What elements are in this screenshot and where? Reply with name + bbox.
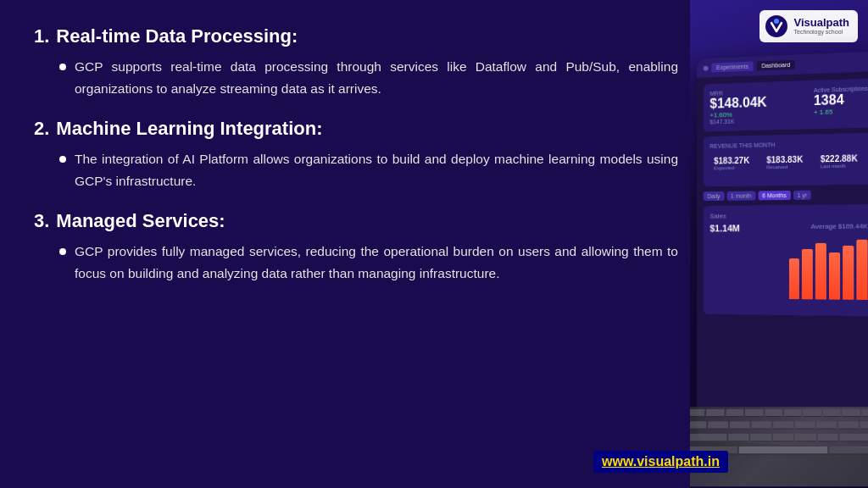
- btn-daily[interactable]: Daily: [704, 191, 725, 201]
- kbd-key: [751, 421, 771, 429]
- kbd-key: [728, 434, 749, 441]
- kbd-key: [690, 421, 707, 429]
- revenue-card: REVENUE THIS MONTH $183.27K Expected $18…: [704, 133, 868, 187]
- chart-bar: [709, 286, 720, 299]
- rev2-val: $183.83K: [766, 155, 809, 165]
- chart-bar: [857, 240, 868, 300]
- rev1-label: Expected: [714, 165, 754, 171]
- section-2-number: 2.: [34, 118, 49, 140]
- mrr-value: $148.04K: [709, 95, 766, 112]
- kbd-row: [690, 431, 868, 444]
- section-3-title: 3. Managed Services:: [34, 210, 678, 232]
- section-3-bullets: GCP provides fully managed services, red…: [34, 241, 678, 284]
- kbd-row: [690, 407, 868, 419]
- kbd-key: [861, 409, 868, 417]
- chart-bar: [802, 249, 813, 299]
- kbd-key: [745, 409, 763, 417]
- revenue-values: $183.27K Expected $183.83K Received $222…: [709, 149, 867, 175]
- chart-label: Sales: [709, 211, 867, 219]
- section-2-title: 2. Machine Learning Integration:: [34, 118, 678, 140]
- rev-last: $222.88K Last month: [816, 149, 868, 173]
- svg-point-1: [774, 19, 779, 24]
- visualpath-logo-icon: [765, 14, 788, 38]
- kbd-key: [726, 409, 743, 417]
- section-1-heading: Real-time Data Processing:: [56, 25, 298, 47]
- section-2-heading: Machine Learning Integration:: [56, 118, 322, 140]
- rev1-val: $183.27K: [714, 156, 754, 166]
- kbd-key: [795, 434, 815, 441]
- chart-bar: [815, 243, 826, 300]
- chart-bar: [723, 277, 733, 299]
- kbd-key: [773, 434, 793, 441]
- chart-bar: [762, 264, 773, 298]
- btn-1yr[interactable]: 1 yr: [793, 191, 812, 200]
- kbd-key: [817, 434, 838, 441]
- section-3-number: 3.: [34, 210, 49, 232]
- section-3-heading: Managed Services:: [56, 210, 225, 232]
- bullet-dot: [59, 64, 66, 70]
- bullet-item: GCP provides fully managed services, red…: [59, 241, 678, 284]
- revenue-label: REVENUE THIS MONTH: [709, 140, 867, 149]
- bullet-dot: [59, 156, 66, 163]
- kbd-key: [708, 421, 728, 429]
- kbd-key: [706, 409, 724, 417]
- svg-point-0: [765, 15, 787, 37]
- kbd-key: [784, 409, 802, 417]
- rev3-label: Last month: [821, 163, 864, 169]
- bullet-text: GCP supports real-time data processing t…: [75, 56, 678, 99]
- bullet-item: GCP supports real-time data processing t…: [59, 56, 678, 99]
- chart-bar: [736, 280, 747, 299]
- chart-bar: [843, 246, 854, 299]
- rev-received: $183.83K Received: [762, 150, 812, 174]
- bullet-text: GCP provides fully managed services, red…: [75, 241, 678, 284]
- section-1: 1. Real-time Data Processing: GCP suppor…: [34, 25, 678, 99]
- section-1-title: 1. Real-time Data Processing:: [34, 25, 678, 47]
- kbd-row: [690, 419, 868, 432]
- kbd-key: [829, 446, 868, 454]
- rev3-val: $222.88K: [821, 153, 864, 164]
- rev-expected: $183.27K Expected: [709, 152, 759, 175]
- section-2-bullets: The integration of AI Platform allows or…: [34, 148, 678, 191]
- section-1-number: 1.: [34, 25, 49, 47]
- chart-bars: [709, 240, 867, 300]
- dash-tab-active: Dashboard: [757, 60, 796, 71]
- kbd-key: [816, 421, 837, 429]
- kbd-key: [804, 409, 821, 417]
- chart-bar: [749, 271, 760, 299]
- kbd-key: [690, 434, 726, 441]
- dash-tab: Experiments: [711, 62, 753, 73]
- chart-bar: [776, 255, 787, 299]
- keyboard-mockup: [690, 407, 868, 486]
- kbd-key: [773, 421, 793, 429]
- kbd-key: [795, 421, 815, 429]
- kbd-key: [750, 434, 771, 441]
- bullet-dot: [59, 248, 66, 255]
- cmrr-value: $147.31K: [709, 118, 766, 125]
- sales-chart: Sales $1.14M Average $169.44K: [704, 204, 868, 316]
- dashboard-mockup: Experiments Dashboard MRR $148.04K +1.60…: [697, 52, 868, 449]
- dash-dot: [704, 65, 709, 70]
- logo-area: Visualpath Technology school: [760, 10, 858, 42]
- chart-avg: Average $169.44K: [811, 222, 868, 236]
- bullet-text: The integration of AI Platform allows or…: [75, 148, 678, 191]
- rev2-label: Received: [766, 164, 809, 170]
- chart-value: $1.14M: [709, 223, 739, 233]
- logo-name: Visualpath: [793, 17, 849, 29]
- bullet-item: The integration of AI Platform allows or…: [59, 148, 678, 191]
- kbd-key: [730, 421, 750, 429]
- kbd-key: [840, 434, 868, 441]
- kbd-key: [765, 409, 782, 417]
- btn-6months[interactable]: 6 Months: [758, 191, 790, 200]
- logo-subtitle: Technology school: [793, 29, 849, 36]
- subscriptions-value: 1384: [814, 92, 868, 108]
- kbd-key: [860, 421, 868, 429]
- dashboard-body: MRR $148.04K +1.60% $147.31K Active Subs…: [697, 71, 868, 324]
- btn-1month[interactable]: 1 month: [726, 191, 755, 200]
- kbd-key: [842, 409, 860, 417]
- right-panel: Visualpath Technology school Experiments…: [690, 0, 868, 488]
- kbd-space: [739, 446, 827, 454]
- section-2: 2. Machine Learning Integration: The int…: [34, 118, 678, 191]
- website-link[interactable]: www.visualpath.in: [593, 451, 728, 473]
- sub-change: + 1.65: [814, 107, 868, 116]
- mrr-card: MRR $148.04K +1.60% $147.31K Active Subs…: [704, 78, 868, 131]
